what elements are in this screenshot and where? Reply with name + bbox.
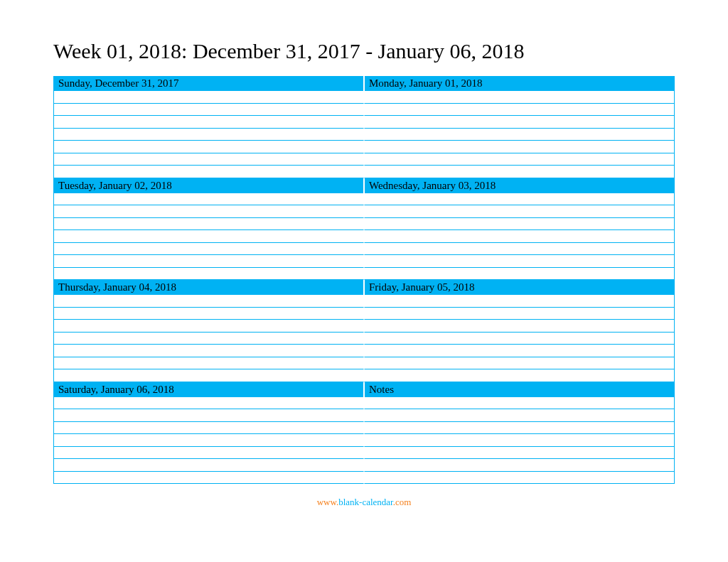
day-lines [53,91,364,178]
entry-line[interactable] [53,268,364,281]
entry-line[interactable] [364,422,675,435]
footer-part-www: www. [317,497,339,507]
entry-line[interactable] [53,243,364,256]
entry-line[interactable] [364,308,675,320]
entry-line[interactable] [364,116,675,129]
entry-line[interactable] [53,459,364,472]
entry-line[interactable] [53,345,364,357]
entry-line[interactable] [53,333,364,345]
day-block-saturday: Saturday, January 06, 2018 [53,382,364,485]
day-header: Friday, January 05, 2018 [364,280,675,295]
entry-line[interactable] [53,295,364,308]
entry-line[interactable] [364,255,675,268]
entry-line[interactable] [364,447,675,460]
entry-line[interactable] [364,129,675,141]
entry-line[interactable] [53,205,364,218]
entry-line[interactable] [53,320,364,333]
entry-line[interactable] [53,141,364,153]
entry-line[interactable] [53,434,364,447]
footer-part-tld: .com [393,497,412,507]
day-header: Monday, January 01, 2018 [364,76,675,91]
entry-line[interactable] [364,434,675,447]
day-lines [53,397,364,485]
entry-line[interactable] [364,459,675,472]
day-block-thursday: Thursday, January 04, 2018 [53,280,364,382]
entry-line[interactable] [53,218,364,231]
entry-line[interactable] [53,166,364,178]
calendar-row: Saturday, January 06, 2018 Notes [53,382,675,485]
entry-line[interactable] [53,409,364,422]
day-block-notes: Notes [364,382,675,485]
day-lines [364,397,675,485]
footer-link[interactable]: www.blank-calendar.com [53,497,675,508]
entry-line[interactable] [364,369,675,382]
entry-line[interactable] [53,116,364,129]
day-header: Sunday, December 31, 2017 [53,76,364,91]
entry-line[interactable] [364,345,675,357]
day-lines [364,193,675,281]
entry-line[interactable] [53,129,364,141]
day-header: Saturday, January 06, 2018 [53,382,364,397]
entry-line[interactable] [364,205,675,218]
day-lines [364,91,675,178]
entry-line[interactable] [364,320,675,333]
entry-line[interactable] [364,193,675,206]
day-lines [53,295,364,382]
day-lines [53,193,364,281]
entry-line[interactable] [364,268,675,281]
day-block-monday: Monday, January 01, 2018 [364,76,675,178]
entry-line[interactable] [364,295,675,308]
entry-line[interactable] [364,230,675,243]
day-block-tuesday: Tuesday, January 02, 2018 [53,178,364,281]
entry-line[interactable] [53,193,364,206]
calendar-row: Tuesday, January 02, 2018 Wednesday, Jan… [53,178,675,281]
footer-part-domain: blank-calendar [338,497,393,507]
entry-line[interactable] [364,166,675,178]
entry-line[interactable] [364,472,675,485]
entry-line[interactable] [364,141,675,153]
entry-line[interactable] [53,104,364,117]
entry-line[interactable] [364,333,675,345]
entry-line[interactable] [53,447,364,460]
entry-line[interactable] [53,369,364,382]
page-title: Week 01, 2018: December 31, 2017 - Janua… [53,39,675,63]
entry-line[interactable] [53,255,364,268]
entry-line[interactable] [53,422,364,435]
entry-line[interactable] [364,91,675,104]
day-header: Thursday, January 04, 2018 [53,280,364,295]
entry-line[interactable] [364,357,675,370]
entry-line[interactable] [53,472,364,485]
entry-line[interactable] [53,91,364,104]
entry-line[interactable] [53,153,364,166]
entry-line[interactable] [364,153,675,166]
entry-line[interactable] [364,409,675,422]
entry-line[interactable] [53,357,364,370]
day-header: Notes [364,382,675,397]
entry-line[interactable] [53,397,364,410]
entry-line[interactable] [53,230,364,243]
day-header: Wednesday, January 03, 2018 [364,178,675,193]
day-block-sunday: Sunday, December 31, 2017 [53,76,364,178]
entry-line[interactable] [364,218,675,231]
entry-line[interactable] [364,397,675,410]
day-lines [364,295,675,382]
calendar-row: Sunday, December 31, 2017 Monday, Januar… [53,76,675,178]
calendar-row: Thursday, January 04, 2018 Friday, Janua… [53,280,675,382]
weekly-calendar: Sunday, December 31, 2017 Monday, Januar… [53,76,675,484]
entry-line[interactable] [364,104,675,117]
day-block-wednesday: Wednesday, January 03, 2018 [364,178,675,281]
entry-line[interactable] [364,243,675,256]
day-header: Tuesday, January 02, 2018 [53,178,364,193]
entry-line[interactable] [53,308,364,320]
day-block-friday: Friday, January 05, 2018 [364,280,675,382]
